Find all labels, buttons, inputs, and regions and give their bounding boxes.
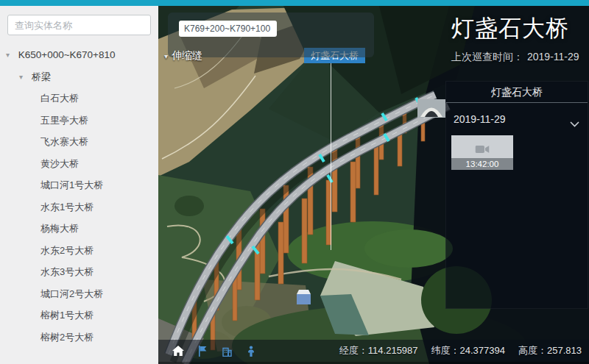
sidebar-item-bridge[interactable]: 水东2号大桥	[0, 240, 158, 262]
flag-icon	[197, 346, 208, 357]
sidebar-item-bridge[interactable]: 飞水寨大桥	[0, 131, 158, 153]
inspection-date-value: 2019-11-29	[454, 113, 506, 125]
layer-item-label: 伸缩缝	[172, 49, 202, 63]
page-title: 灯盏石大桥	[451, 13, 579, 44]
panel-title: 灯盏石大桥	[446, 82, 588, 103]
latitude-readout: 纬度：24.377394	[431, 344, 505, 357]
video-camera-icon	[476, 143, 490, 157]
bridge-detail-panel: 灯盏石大桥 2019-11-29 13:42:00	[445, 81, 588, 309]
coordinates-readout: 经度：114.215987 纬度：24.377394 高度：257.813	[339, 340, 582, 362]
flag-button[interactable]	[196, 344, 209, 357]
top-accent-bar	[0, 0, 589, 6]
sidebar-item-bridge[interactable]: 五里亭大桥	[0, 110, 158, 132]
altitude-readout: 高度：257.813	[518, 344, 582, 357]
station-range-value: K769+200~K790+100	[184, 24, 270, 34]
sidebar-item-bridge[interactable]: 城口河2号大桥	[0, 283, 158, 305]
app-root: ▾ K650+000~K670+810 ▾ 桥梁 白石大桥 五里亭大桥 飞水寨大…	[0, 0, 589, 364]
altitude-value: 257.813	[547, 345, 582, 356]
entity-search-input[interactable]	[7, 15, 151, 35]
sidebar: ▾ K650+000~K670+810 ▾ 桥梁 白石大桥 五里亭大桥 飞水寨大…	[0, 6, 158, 364]
longitude-readout: 经度：114.215987	[339, 344, 418, 357]
tree-node-section[interactable]: ▾ K650+000~K670+810	[0, 44, 158, 66]
roadside-building	[297, 290, 311, 304]
station-range-select[interactable]: K769+200~K790+100	[179, 21, 277, 37]
toolbar-icons	[172, 340, 258, 362]
video-time-label: 13:42:00	[451, 158, 513, 170]
tunnel-portal	[417, 99, 445, 118]
last-patrol-label: 上次巡查时间：	[451, 51, 523, 63]
sidebar-item-bridge[interactable]: 水东3号大桥	[0, 261, 158, 283]
person-pin-icon	[247, 346, 255, 357]
last-patrol-time: 上次巡查时间：2019-11-29	[451, 51, 579, 64]
building-icon	[221, 346, 233, 357]
label-leader-line	[331, 63, 331, 250]
sidebar-item-bridge[interactable]: 城口河1号大桥	[0, 174, 158, 196]
chevron-down-icon[interactable]	[570, 117, 579, 130]
page-title-block: 灯盏石大桥 上次巡查时间：2019-11-29	[451, 13, 579, 64]
tree-node-label: K650+000~K670+810	[18, 49, 116, 60]
caret-down-icon[interactable]: ▾	[19, 66, 29, 88]
person-locate-button[interactable]	[244, 344, 258, 357]
entity-tree: ▾ K650+000~K670+810 ▾ 桥梁 白石大桥 五里亭大桥 飞水寨大…	[0, 44, 158, 348]
latitude-value: 24.377394	[460, 345, 505, 356]
home-button[interactable]	[172, 344, 185, 357]
caret-down-icon: ▾	[164, 52, 168, 60]
longitude-value: 114.215987	[368, 345, 418, 356]
sidebar-item-bridge[interactable]: 杨梅大桥	[0, 218, 158, 240]
last-patrol-date: 2019-11-29	[527, 51, 579, 63]
altitude-label: 高度：	[518, 345, 547, 356]
sidebar-item-bridge[interactable]: 黄沙大桥	[0, 153, 158, 175]
inspection-date-dropdown[interactable]: 2019-11-29	[454, 113, 580, 127]
longitude-label: 经度：	[339, 345, 368, 356]
layer-item-expansion-joint[interactable]: ▾ 伸缩缝	[164, 49, 202, 63]
tree-node-bridges-group[interactable]: ▾ 桥梁	[0, 66, 158, 88]
video-thumbnail[interactable]: 13:42:00	[451, 135, 513, 170]
tree-node-label: 桥梁	[32, 71, 51, 82]
home-icon	[172, 346, 184, 357]
latitude-label: 纬度：	[431, 345, 460, 356]
map-3d-view[interactable]: K769+200~K790+100 ▾ 伸缩缝 灯盏石大桥 灯盏石大桥 上次巡查…	[158, 6, 589, 364]
bottom-toolbar: 经度：114.215987 纬度：24.377394 高度：257.813	[158, 340, 589, 364]
sidebar-item-bridge[interactable]: 水东1号大桥	[0, 196, 158, 218]
sidebar-item-bridge[interactable]: 榕树1号大桥	[0, 304, 158, 326]
building-button[interactable]	[220, 344, 233, 357]
sidebar-item-bridge[interactable]: 白石大桥	[0, 88, 158, 110]
caret-down-icon[interactable]: ▾	[6, 44, 15, 66]
sidebar-item-bridge[interactable]: 榕树2号大桥	[0, 326, 158, 349]
